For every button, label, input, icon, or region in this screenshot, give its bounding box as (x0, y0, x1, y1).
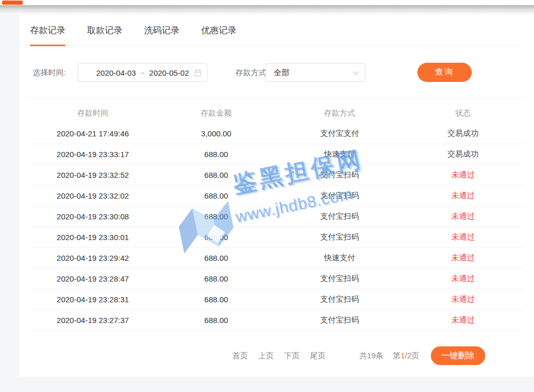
query-button[interactable]: 查询 (417, 63, 472, 82)
cell-time: 2020-04-21 17:49:46 (31, 129, 154, 138)
tab-deposit-records[interactable]: 存款记录 (30, 24, 65, 45)
date-end-value: 2020-05-02 (149, 68, 189, 77)
chevron-down-icon (353, 71, 359, 75)
cell-amount: 688.00 (154, 316, 278, 325)
table-row: 2020-04-19 23:33:17 688.00 快速支付 交易成功 (31, 144, 525, 165)
cell-time: 2020-04-19 23:28:47 (31, 274, 154, 283)
top-progress-bar (2, 1, 23, 5)
cell-amount: 3,000.00 (154, 129, 278, 138)
left-gutter (0, 15, 19, 376)
page-indicator: 第1/2页 (393, 351, 419, 361)
page-indicator-prefix: 第 (393, 351, 401, 360)
cell-status: 未通过 (401, 253, 525, 263)
calendar-icon (194, 69, 202, 77)
cell-time: 2020-04-19 23:30:08 (31, 212, 154, 221)
cell-time: 2020-04-19 23:33:17 (31, 150, 154, 159)
cell-time: 2020-04-19 23:28:31 (31, 295, 154, 304)
cell-status: 交易成功 (401, 129, 525, 138)
table-header-row: 存款时间 存款金额 存款方式 状态 (31, 103, 525, 123)
date-start-value: 2020-04-03 (96, 68, 136, 77)
tab-withdrawal-records[interactable]: 取款记录 (87, 24, 122, 45)
table-row: 2020-04-19 23:32:52 688.00 支付宝扫码 未通过 (31, 165, 525, 186)
deposit-method-select[interactable]: 全部 (265, 63, 366, 82)
cell-status: 未通过 (401, 274, 525, 284)
top-bar (0, 0, 534, 5)
cell-status: 未通过 (401, 295, 525, 304)
page-indicator-current: 1/ (401, 351, 407, 360)
cell-status: 未通过 (401, 212, 525, 221)
cell-method: 支付宝支付 (278, 129, 401, 138)
cell-amount: 688.00 (154, 212, 278, 221)
cell-method: 快速支付 (278, 149, 401, 159)
column-header-amount: 存款金额 (154, 108, 278, 118)
table-row: 2020-04-19 23:30:01 688.00 支付宝扫码 未通过 (31, 227, 525, 248)
column-header-status: 状态 (401, 108, 525, 118)
table-row: 2020-04-19 23:30:08 688.00 支付宝扫码 未通过 (31, 206, 525, 227)
cell-method: 支付宝扫码 (278, 191, 401, 201)
cell-method: 支付宝扫码 (278, 274, 401, 284)
cell-amount: 688.00 (154, 233, 278, 242)
tab-rebate-records[interactable]: 洗码记录 (144, 24, 179, 45)
delete-all-button[interactable]: 一键删除 (431, 346, 485, 365)
date-range-input[interactable]: 2020-04-03 ~ 2020-05-02 (78, 63, 207, 82)
table-row: 2020-04-19 23:32:02 688.00 支付宝扫码 未通过 (31, 186, 525, 206)
cell-amount: 688.00 (154, 254, 278, 262)
tab-promo-records[interactable]: 优惠记录 (201, 24, 236, 45)
deposit-method-selected-value: 全部 (274, 68, 289, 78)
next-page-link[interactable]: 下页 (284, 351, 300, 361)
cell-method: 支付宝扫码 (278, 315, 401, 325)
cell-amount: 688.00 (154, 274, 278, 283)
cell-method: 支付宝扫码 (278, 170, 401, 180)
cell-time: 2020-04-19 23:30:01 (31, 233, 154, 242)
cell-status: 未通过 (401, 315, 525, 325)
topbar-shadow (0, 5, 534, 16)
cell-amount: 688.00 (154, 150, 278, 159)
prev-page-link[interactable]: 上页 (258, 351, 274, 361)
deposit-records-table: 存款时间 存款金额 存款方式 状态 2020-04-21 17:49:46 3,… (31, 103, 525, 331)
cell-amount: 688.00 (154, 191, 278, 200)
cell-method: 快速支付 (278, 253, 401, 263)
column-header-time: 存款时间 (31, 108, 154, 118)
table-row: 2020-04-19 23:28:31 688.00 支付宝扫码 未通过 (31, 289, 525, 310)
cell-method: 支付宝扫码 (278, 232, 401, 242)
record-tabs: 存款记录 取款记录 洗码记录 优惠记录 (30, 24, 525, 46)
last-page-link[interactable]: 尾页 (310, 351, 326, 361)
bottom-gutter (0, 376, 534, 392)
cell-status: 交易成功 (401, 149, 525, 159)
deposit-method-filter-label: 存款方式: (235, 63, 269, 82)
cell-method: 支付宝扫码 (278, 212, 401, 221)
time-filter-label: 选择时间: (33, 63, 66, 82)
cell-time: 2020-04-19 23:32:52 (31, 171, 154, 179)
cell-status: 未通过 (401, 191, 525, 201)
cell-amount: 688.00 (154, 171, 278, 179)
total-count: 共19条 (359, 351, 384, 361)
cell-status: 未通过 (401, 232, 525, 242)
page-indicator-suffix: 2页 (407, 351, 419, 360)
table-row: 2020-04-19 23:27:37 688.00 支付宝扫码 未通过 (31, 310, 525, 331)
table-row: 2020-04-19 23:28:47 688.00 支付宝扫码 未通过 (31, 269, 525, 289)
cell-time: 2020-04-19 23:27:37 (31, 316, 154, 325)
table-row: 2020-04-21 17:49:46 3,000.00 支付宝支付 交易成功 (31, 123, 525, 144)
pagination-bar: 首页 上页 下页 尾页 共19条 第1/2页 一键删除 (232, 346, 485, 365)
table-row: 2020-04-19 23:29:42 688.00 快速支付 未通过 (31, 248, 525, 269)
cell-amount: 688.00 (154, 295, 278, 304)
cell-status: 未通过 (401, 170, 525, 180)
cell-time: 2020-04-19 23:32:02 (31, 191, 154, 200)
cell-time: 2020-04-19 23:29:42 (31, 254, 154, 262)
first-page-link[interactable]: 首页 (232, 351, 248, 361)
section-divider (30, 97, 525, 98)
date-separator: ~ (140, 69, 145, 77)
cell-method: 支付宝扫码 (278, 295, 401, 304)
column-header-method: 存款方式 (278, 108, 401, 118)
